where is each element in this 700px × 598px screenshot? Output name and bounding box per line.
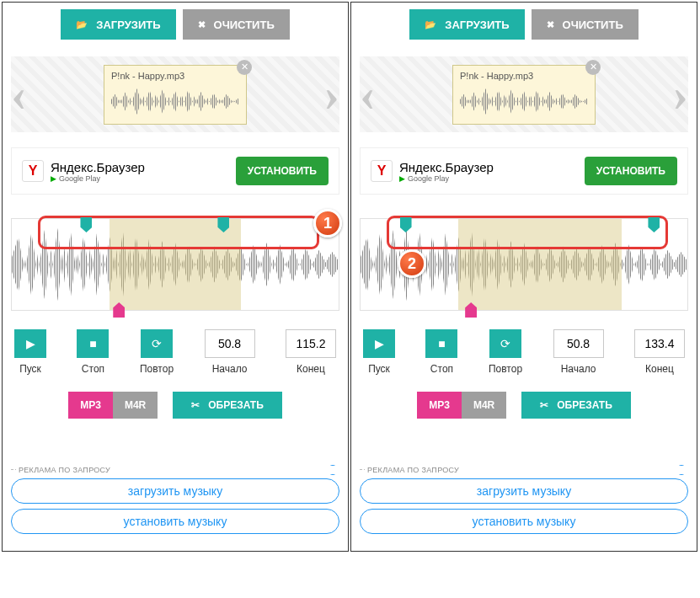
promo-box: i загрузить музыку установить музыку (360, 469, 688, 539)
chevron-left-icon[interactable]: ‹ (360, 67, 376, 121)
end-label: Конец (645, 363, 674, 375)
ad-store: Google Play (408, 174, 449, 183)
toolbar: 📂ЗАГРУЗИТЬ ✖ОЧИСТИТЬ (360, 9, 688, 40)
start-time-input[interactable] (205, 329, 255, 358)
stop-label: Стоп (82, 363, 104, 375)
file-waveform-thumb (111, 83, 239, 120)
file-carousel: ‹ ✕ P!nk - Happy.mp3 › (11, 56, 339, 132)
play-label: Пуск (19, 363, 41, 375)
scissors-icon: ✂ (540, 399, 548, 411)
format-m4r-button[interactable]: M4R (113, 392, 158, 419)
play-triangle-icon: ▶ (399, 174, 405, 183)
promo-box: i загрузить музыку установить музыку (11, 469, 339, 539)
format-segmented: MP3 M4R (68, 392, 158, 419)
file-close-button[interactable]: ✕ (237, 60, 252, 75)
end-time-input[interactable] (286, 329, 336, 358)
stop-button[interactable]: ■ (77, 329, 109, 358)
promo-link-1[interactable]: загрузить музыку (11, 478, 339, 504)
play-label: Пуск (368, 363, 390, 375)
panel-right: 📂ЗАГРУЗИТЬ ✖ОЧИСТИТЬ ‹ ✕ P!nk - Happy.mp… (350, 2, 697, 552)
google-play-badge: ▶Google Play (51, 174, 145, 183)
format-segmented: MP3 M4R (417, 392, 506, 419)
format-row: MP3 M4R ✂ОБРЕЗАТЬ (11, 392, 339, 419)
cut-label: ОБРЕЗАТЬ (208, 399, 264, 411)
clear-button[interactable]: ✖ОЧИСТИТЬ (532, 9, 639, 40)
load-label: ЗАГРУЗИТЬ (445, 19, 509, 31)
clear-label: ОЧИСТИТЬ (214, 19, 275, 31)
ad-text: Яндекс.Браузер ▶Google Play (51, 160, 145, 183)
promo-link-2[interactable]: установить музыку (11, 509, 339, 534)
file-card[interactable]: ✕ P!nk - Happy.mp3 (452, 65, 596, 125)
format-m4r-button[interactable]: M4R (462, 392, 506, 419)
waveform-editor[interactable]: 1 (11, 218, 339, 311)
play-triangle-icon: ▶ (51, 174, 56, 183)
ad-store: Google Play (59, 174, 100, 183)
close-icon: ✖ (198, 19, 206, 30)
folder-open-icon: 📂 (76, 19, 88, 30)
highlight-outline (38, 216, 319, 249)
close-icon: ✖ (547, 19, 554, 30)
format-mp3-button[interactable]: MP3 (68, 392, 113, 419)
ad-text: Яндекс.Браузер ▶Google Play (399, 160, 494, 183)
ad-title: Яндекс.Браузер (51, 160, 145, 174)
format-mp3-button[interactable]: MP3 (417, 392, 462, 419)
google-play-badge: ▶Google Play (399, 174, 494, 183)
repeat-label: Повтор (489, 363, 522, 375)
controls-row: ▶Пуск ■Стоп ⟳Повтор Начало Конец (360, 329, 688, 375)
promo-link-2[interactable]: установить музыку (360, 509, 688, 534)
highlight-outline (387, 216, 668, 249)
repeat-button[interactable]: ⟳ (489, 329, 521, 358)
end-time-input[interactable] (634, 329, 685, 358)
clear-button[interactable]: ✖ОЧИСТИТЬ (183, 9, 290, 40)
folder-open-icon: 📂 (425, 19, 436, 30)
ad-left: Y Яндекс.Браузер ▶Google Play (371, 160, 494, 183)
chevron-right-icon[interactable]: › (672, 67, 688, 121)
step-badge: 2 (398, 249, 426, 278)
panel-left: 📂ЗАГРУЗИТЬ ✖ОЧИСТИТЬ ‹ ✕ P!nk - Happy.mp… (2, 2, 349, 552)
ad-banner[interactable]: Y Яндекс.Браузер ▶Google Play УСТАНОВИТЬ (360, 147, 688, 195)
play-button[interactable]: ▶ (363, 329, 395, 358)
load-button[interactable]: 📂ЗАГРУЗИТЬ (61, 9, 175, 40)
chevron-left-icon[interactable]: ‹ (11, 67, 27, 121)
promo-header: РЕКЛАМА ПО ЗАПРОСУ (365, 466, 693, 474)
load-button[interactable]: 📂ЗАГРУЗИТЬ (409, 9, 524, 40)
step-badge: 1 (313, 209, 342, 238)
file-close-button[interactable]: ✕ (585, 60, 601, 75)
ad-install-button[interactable]: УСТАНОВИТЬ (585, 157, 677, 185)
repeat-button[interactable]: ⟳ (141, 329, 173, 358)
start-label: Начало (212, 363, 248, 375)
clear-label: ОЧИСТИТЬ (563, 19, 623, 31)
load-label: ЗАГРУЗИТЬ (96, 19, 160, 31)
promo-header: РЕКЛАМА ПО ЗАПРОСУ (16, 466, 345, 474)
yandex-logo-icon: Y (22, 160, 44, 182)
cut-button[interactable]: ✂ОБРЕЗАТЬ (521, 392, 631, 419)
scissors-icon: ✂ (191, 399, 200, 411)
chevron-right-icon[interactable]: › (323, 67, 339, 121)
file-card[interactable]: ✕ P!nk - Happy.mp3 (104, 65, 247, 125)
start-label: Начало (561, 363, 596, 375)
controls-row: ▶Пуск ■Стоп ⟳Повтор Начало Конец (11, 329, 339, 375)
format-row: MP3 M4R ✂ОБРЕЗАТЬ (360, 392, 688, 419)
yandex-logo-icon: Y (371, 160, 393, 182)
waveform-editor[interactable]: 2 (360, 218, 688, 311)
repeat-label: Повтор (140, 363, 174, 375)
ad-title: Яндекс.Браузер (399, 160, 494, 174)
file-waveform-thumb (460, 83, 588, 120)
toolbar: 📂ЗАГРУЗИТЬ ✖ОЧИСТИТЬ (11, 9, 339, 40)
file-name: P!nk - Happy.mp3 (460, 71, 588, 81)
file-carousel: ‹ ✕ P!nk - Happy.mp3 › (360, 56, 688, 132)
promo-link-1[interactable]: загрузить музыку (360, 478, 688, 504)
cut-label: ОБРЕЗАТЬ (557, 399, 612, 411)
stop-label: Стоп (430, 363, 453, 375)
file-name: P!nk - Happy.mp3 (111, 71, 239, 81)
ad-install-button[interactable]: УСТАНОВИТЬ (236, 157, 329, 185)
cut-button[interactable]: ✂ОБРЕЗАТЬ (173, 392, 282, 419)
stop-button[interactable]: ■ (425, 329, 457, 358)
start-time-input[interactable] (553, 329, 604, 358)
end-label: Конец (297, 363, 325, 375)
ad-left: Y Яндекс.Браузер ▶Google Play (22, 160, 145, 183)
ad-banner[interactable]: Y Яндекс.Браузер ▶Google Play УСТАНОВИТЬ (11, 147, 339, 195)
play-button[interactable]: ▶ (14, 329, 46, 358)
